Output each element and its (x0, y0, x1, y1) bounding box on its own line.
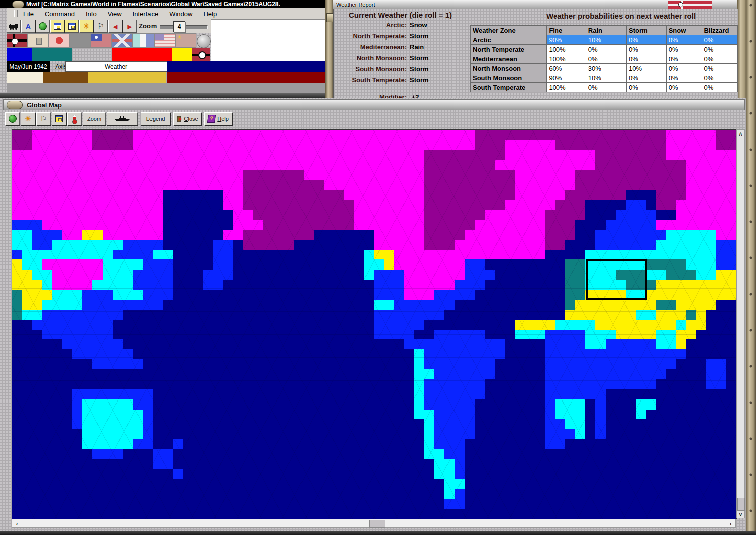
map-region[interactable] (716, 230, 736, 240)
menu-item-window[interactable]: Window (164, 10, 198, 18)
map-region[interactable] (233, 270, 364, 280)
map-region[interactable] (565, 259, 585, 270)
map-region[interactable] (555, 410, 585, 420)
map-region[interactable] (585, 330, 616, 340)
map-region[interactable] (424, 170, 515, 180)
map-region[interactable] (12, 270, 32, 280)
map-region[interactable] (153, 389, 414, 399)
map-zoom-button[interactable]: Zoom (83, 112, 106, 125)
production-window-icon[interactable] (50, 20, 64, 33)
map-region[interactable] (455, 469, 465, 479)
map-region[interactable] (666, 270, 696, 280)
map-region[interactable] (153, 419, 425, 429)
map-region[interactable] (203, 280, 223, 290)
map-region[interactable] (606, 410, 636, 420)
map-region[interactable] (666, 150, 736, 160)
map-region[interactable] (726, 369, 736, 379)
map-region[interactable] (485, 210, 545, 220)
map-region[interactable] (595, 160, 686, 170)
menu-item-file[interactable]: File (18, 10, 39, 18)
map-region[interactable] (173, 250, 213, 260)
menu-grip-handle[interactable] (14, 10, 18, 17)
map-region[interactable] (666, 369, 706, 379)
map-region[interactable] (676, 320, 686, 330)
map-region[interactable] (314, 230, 374, 240)
map-region[interactable] (394, 300, 455, 310)
map-region[interactable] (686, 190, 736, 200)
map-region[interactable] (424, 320, 515, 330)
scroll-right-icon[interactable]: › (727, 520, 734, 527)
map-region[interactable] (565, 290, 585, 300)
map-region[interactable] (455, 280, 485, 290)
map-region[interactable] (394, 259, 465, 270)
map-region[interactable] (414, 349, 424, 359)
map-region[interactable] (22, 250, 113, 260)
map-region[interactable] (12, 359, 92, 369)
map-region[interactable] (565, 300, 575, 310)
map-region[interactable] (606, 419, 736, 429)
map-region[interactable] (12, 509, 736, 519)
map-region[interactable] (475, 399, 545, 410)
map-region[interactable] (485, 259, 565, 270)
map-region[interactable] (676, 210, 736, 220)
map-region[interactable] (424, 190, 515, 200)
flag-icon[interactable]: ⚐ (94, 20, 108, 33)
map-region[interactable] (213, 240, 233, 250)
map-region[interactable] (696, 310, 706, 320)
map-region[interactable] (686, 349, 736, 359)
map-region[interactable] (455, 240, 545, 250)
map-region[interactable] (82, 230, 102, 240)
flag-france[interactable] (133, 33, 154, 48)
map-region[interactable] (646, 200, 656, 210)
map-region[interactable] (465, 499, 737, 509)
map-region[interactable] (123, 240, 163, 250)
map-region[interactable] (324, 180, 425, 190)
map-region[interactable] (585, 429, 595, 439)
map-region[interactable] (666, 140, 716, 150)
map-region[interactable] (404, 290, 434, 300)
zoom-slider-handle[interactable]: 4 (173, 21, 185, 32)
map-region[interactable] (545, 339, 585, 349)
map-region[interactable] (233, 250, 364, 260)
map-region[interactable] (223, 190, 243, 200)
map-region[interactable] (12, 429, 82, 439)
map-region[interactable] (12, 459, 153, 469)
map-region[interactable] (243, 230, 314, 240)
map-region[interactable] (595, 150, 666, 160)
map-region[interactable] (92, 449, 122, 459)
close-button[interactable]: Close (173, 112, 201, 125)
map-region[interactable] (12, 489, 444, 499)
menu-item-interface[interactable]: Interface (127, 10, 164, 18)
next-arrow-icon[interactable]: ► (123, 20, 137, 33)
map-region[interactable] (434, 429, 475, 439)
map-region[interactable] (505, 349, 545, 359)
map-region[interactable] (163, 220, 233, 230)
map-region[interactable] (12, 379, 414, 389)
map-region[interactable] (495, 160, 596, 170)
map-region[interactable] (82, 399, 132, 410)
map-region[interactable] (444, 310, 565, 320)
map-region[interactable] (12, 499, 444, 509)
map-region[interactable] (163, 190, 223, 200)
map-region[interactable] (12, 290, 22, 300)
map-region[interactable] (12, 140, 32, 150)
map-region[interactable] (404, 280, 455, 290)
map-region[interactable] (12, 339, 62, 349)
map-region[interactable] (656, 190, 686, 200)
map-region[interactable] (153, 449, 173, 459)
map-region[interactable] (585, 210, 616, 220)
map-viewport[interactable] (12, 129, 737, 519)
menu-item-command[interactable]: Command (39, 10, 80, 18)
map-region[interactable] (565, 310, 636, 320)
map-region[interactable] (103, 270, 133, 280)
map-region[interactable] (565, 270, 585, 280)
map-region[interactable] (32, 320, 112, 330)
map-region[interactable] (495, 369, 545, 379)
map-region[interactable] (545, 330, 585, 340)
map-region[interactable] (646, 259, 686, 270)
map-region[interactable] (424, 150, 505, 160)
hex-control-icon[interactable] (5, 112, 20, 125)
main-titlebar[interactable]: Mwif [C:\Matrix Games\World in Flames\Sc… (0, 0, 329, 8)
map-region[interactable] (646, 270, 666, 280)
map-region[interactable] (636, 310, 656, 320)
